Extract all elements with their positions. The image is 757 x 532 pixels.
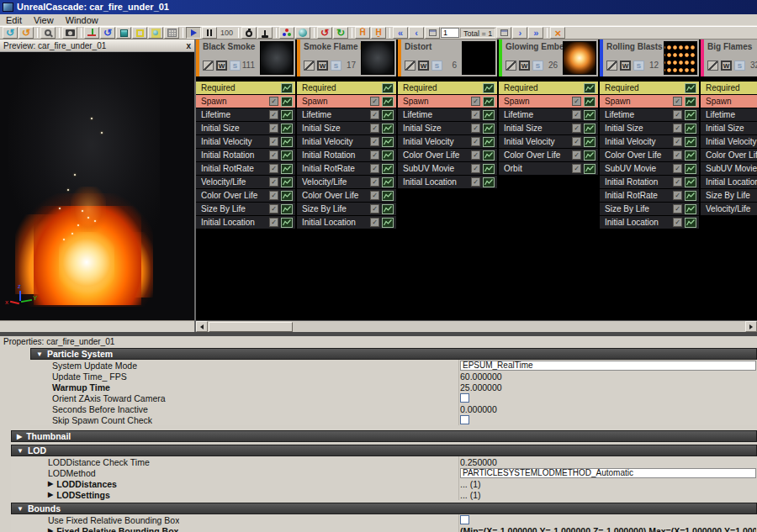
module-enable-checkbox[interactable]: ✓ xyxy=(673,177,682,187)
enable-checkbox[interactable] xyxy=(707,61,718,71)
property-value[interactable]: ... (1) xyxy=(460,479,481,489)
solo-button[interactable]: S xyxy=(331,61,341,71)
menu-item-window[interactable]: Window xyxy=(60,14,104,26)
lod-low-button[interactable]: H̱ xyxy=(371,27,386,39)
graph-icon[interactable] xyxy=(483,164,495,174)
preview-title-bar[interactable]: Preview: car_fire_under_01 x xyxy=(0,40,194,52)
solo-button[interactable]: S xyxy=(633,61,644,71)
graph-icon[interactable] xyxy=(685,110,696,120)
bounds-toggle[interactable] xyxy=(132,27,147,39)
module-initial-rotrate[interactable]: Initial RotRate✓ xyxy=(600,189,699,202)
module-initial-rotation[interactable]: Initial Rotation✓ xyxy=(196,149,295,161)
graph-icon[interactable] xyxy=(483,124,495,134)
menu-item-edit[interactable]: Edit xyxy=(0,14,28,26)
expander-icon[interactable]: ▶ xyxy=(48,491,53,498)
property-checkbox[interactable] xyxy=(460,393,469,403)
module-enable-checkbox[interactable]: ✓ xyxy=(471,150,480,160)
module-initial-rotrate[interactable]: Initial RotRate✓ xyxy=(297,162,396,175)
module-required[interactable]: Required xyxy=(499,82,598,94)
render-mode-button[interactable]: W xyxy=(216,61,227,71)
graph-icon[interactable] xyxy=(382,97,394,107)
render-mode-button[interactable]: W xyxy=(519,61,530,71)
module-initial-size[interactable]: Initial Size✓ xyxy=(297,122,396,134)
module-lifetime[interactable]: Lifetime✓ xyxy=(701,108,757,121)
module-size-by-life[interactable]: Size By Life✓ xyxy=(701,189,757,202)
enable-checkbox[interactable] xyxy=(405,61,416,71)
module-velocity-life[interactable]: Velocity/Life✓ xyxy=(196,176,295,188)
module-lifetime[interactable]: Lifetime✓ xyxy=(398,108,497,121)
module-enable-checkbox[interactable]: ✓ xyxy=(370,124,379,133)
graph-icon[interactable] xyxy=(281,164,293,174)
module-required[interactable]: Required xyxy=(297,82,396,94)
graph-icon[interactable] xyxy=(281,137,293,147)
solo-button[interactable]: S xyxy=(734,61,745,71)
graph-icon[interactable] xyxy=(483,83,495,93)
lod-higher[interactable]: › xyxy=(512,27,527,39)
module-enable-checkbox[interactable]: ✓ xyxy=(370,177,379,187)
module-initial-velocity[interactable]: Initial Velocity✓ xyxy=(701,135,757,148)
module-initial-size[interactable]: Initial Size✓ xyxy=(398,122,497,134)
module-initial-size[interactable]: Initial Size✓ xyxy=(701,122,757,134)
geometry-sphere[interactable] xyxy=(295,27,310,39)
property-value[interactable]: 0.000000 xyxy=(460,404,497,414)
property-input[interactable]: PARTICLESYSTEMLODMETHOD_Automatic xyxy=(460,468,756,478)
emitter-header-glowing-embers[interactable]: Glowing EmbersWS26 xyxy=(499,40,598,76)
lod-current-input[interactable] xyxy=(441,28,459,38)
material-thumbnail[interactable] xyxy=(361,41,394,75)
module-lifetime[interactable]: Lifetime✓ xyxy=(499,108,598,121)
module-enable-checkbox[interactable]: ✓ xyxy=(572,137,581,146)
module-enable-checkbox[interactable]: ✓ xyxy=(471,124,480,133)
module-enable-checkbox[interactable]: ✓ xyxy=(572,150,581,160)
module-color-over-life[interactable]: Color Over Life✓ xyxy=(499,149,598,161)
render-mode-button[interactable]: W xyxy=(721,61,732,71)
module-initial-velocity[interactable]: Initial Velocity✓ xyxy=(600,135,699,148)
undo-button[interactable]: ↺ xyxy=(317,27,332,39)
graph-icon[interactable] xyxy=(685,218,696,228)
background-color[interactable] xyxy=(279,27,294,39)
preview-viewport[interactable]: z Y x xyxy=(0,52,194,320)
module-subuv-movie[interactable]: SubUV Movie✓ xyxy=(600,162,699,175)
graph-icon[interactable] xyxy=(281,124,293,134)
module-initial-velocity[interactable]: Initial Velocity✓ xyxy=(196,135,295,148)
graph-icon[interactable] xyxy=(382,204,394,214)
module-enable-checkbox[interactable]: ✓ xyxy=(471,137,480,146)
property-value[interactable]: 60.000000 xyxy=(460,371,502,382)
solo-button[interactable]: S xyxy=(431,61,442,71)
save-camera-thumbnail[interactable] xyxy=(62,27,77,39)
graph-icon[interactable] xyxy=(382,164,394,174)
graph-icon[interactable] xyxy=(382,150,394,161)
module-enable-checkbox[interactable]: ✓ xyxy=(673,137,682,146)
emitter-header-distort[interactable]: DistortWS6 xyxy=(398,40,497,76)
module-enable-checkbox[interactable]: ✓ xyxy=(370,191,379,200)
module-initial-rotation[interactable]: Initial Rotation✓ xyxy=(600,176,699,188)
emitter-header-big-flames[interactable]: Big FlamesWS32 xyxy=(701,40,757,76)
module-initial-rotrate[interactable]: Initial RotRate✓ xyxy=(196,162,295,175)
material-thumbnail[interactable] xyxy=(563,41,596,75)
render-mode-button[interactable]: W xyxy=(620,61,631,71)
enable-checkbox[interactable] xyxy=(304,61,315,71)
property-value[interactable]: (Min=(X=-1.000000,Y=-1.000000,Z=-1.00000… xyxy=(460,526,756,532)
module-enable-checkbox[interactable]: ✓ xyxy=(269,97,278,106)
graph-icon[interactable] xyxy=(281,191,293,201)
graph-icon[interactable] xyxy=(281,97,293,107)
lod-jump-highest[interactable]: » xyxy=(528,27,543,39)
section-header[interactable]: ▼Particle System xyxy=(30,348,757,360)
module-enable-checkbox[interactable]: ✓ xyxy=(269,110,278,119)
module-enable-checkbox[interactable]: ✓ xyxy=(673,110,682,119)
mesh-view[interactable] xyxy=(116,27,131,39)
module-enable-checkbox[interactable]: ✓ xyxy=(370,204,379,213)
module-enable-checkbox[interactable]: ✓ xyxy=(471,164,480,173)
expander-icon[interactable]: ▶ xyxy=(48,480,53,487)
lod-high-button[interactable]: H̄ xyxy=(355,27,370,39)
module-initial-size[interactable]: Initial Size✓ xyxy=(499,122,598,134)
module-enable-checkbox[interactable]: ✓ xyxy=(572,97,581,106)
orbit-mode[interactable] xyxy=(84,27,99,39)
section-header[interactable]: ▶Thumbnail xyxy=(11,430,757,442)
graph-icon[interactable] xyxy=(382,191,394,201)
module-initial-velocity[interactable]: Initial Velocity✓ xyxy=(398,135,497,148)
graph-icon[interactable] xyxy=(382,137,394,147)
graph-icon[interactable] xyxy=(483,177,495,187)
graph-icon[interactable] xyxy=(483,150,495,161)
property-value[interactable]: ... (1) xyxy=(460,490,481,500)
lod-add-after[interactable] xyxy=(496,27,511,39)
